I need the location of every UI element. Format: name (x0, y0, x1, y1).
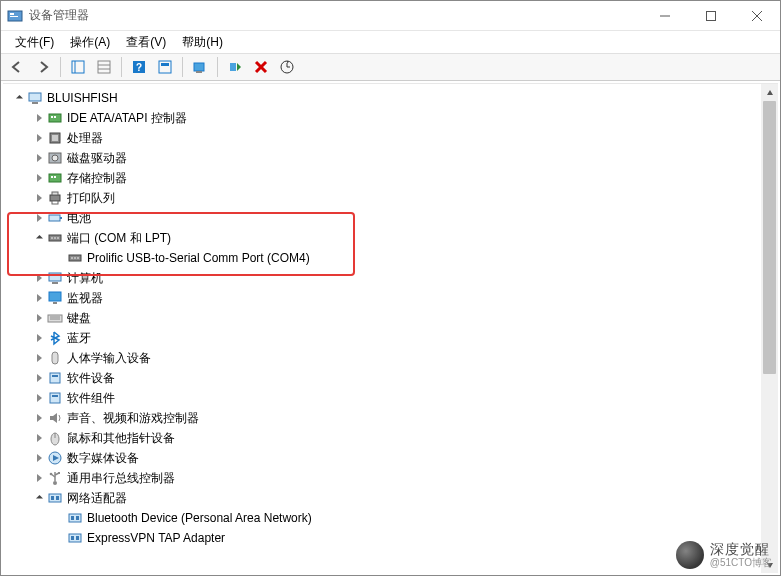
tree-item[interactable]: 通用串行总线控制器 (3, 468, 778, 488)
svg-rect-67 (58, 472, 60, 474)
close-button[interactable] (734, 1, 780, 31)
tree-item[interactable]: 蓝牙 (3, 328, 778, 348)
vertical-scrollbar[interactable] (761, 84, 778, 573)
expand-collapse-toggle[interactable] (11, 90, 27, 106)
expand-collapse-toggle[interactable] (31, 270, 47, 286)
menu-view[interactable]: 查看(V) (118, 32, 174, 53)
show-hide-tree-button[interactable] (66, 55, 90, 79)
tree-item[interactable]: 数字媒体设备 (3, 448, 778, 468)
expand-collapse-toggle[interactable] (31, 150, 47, 166)
properties-button[interactable] (153, 55, 177, 79)
expand-collapse-toggle[interactable] (31, 490, 47, 506)
tree-item[interactable]: 处理器 (3, 128, 778, 148)
forward-button[interactable] (31, 55, 55, 79)
tree-item[interactable]: IDE ATA/ATAPI 控制器 (3, 108, 778, 128)
svg-rect-16 (194, 63, 204, 71)
menu-help[interactable]: 帮助(H) (174, 32, 231, 53)
media-icon (47, 450, 63, 466)
tree-item[interactable]: 鼠标和其他指针设备 (3, 428, 778, 448)
svg-point-41 (54, 237, 56, 239)
software-icon (47, 390, 63, 406)
tree-item-label: 处理器 (67, 130, 103, 147)
svg-rect-34 (50, 195, 60, 201)
window-title: 设备管理器 (29, 7, 89, 24)
tree-item[interactable]: 人体学输入设备 (3, 348, 778, 368)
scroll-up-button[interactable] (761, 84, 778, 101)
svg-point-46 (77, 257, 79, 259)
tree-item[interactable]: 打印队列 (3, 188, 778, 208)
back-button[interactable] (5, 55, 29, 79)
tree-item[interactable]: Bluetooth Device (Personal Area Network) (3, 508, 778, 528)
tree-item[interactable]: 存储控制器 (3, 168, 778, 188)
titlebar: 设备管理器 (1, 1, 780, 31)
expand-collapse-toggle[interactable] (31, 130, 47, 146)
menu-action[interactable]: 操作(A) (62, 32, 118, 53)
expand-collapse-toggle[interactable] (31, 470, 47, 486)
keyboard-icon (47, 310, 63, 326)
expand-collapse-toggle[interactable] (31, 450, 47, 466)
tree-item[interactable]: BLUISHFISH (3, 88, 778, 108)
tree-item[interactable]: 计算机 (3, 268, 778, 288)
port-icon (47, 230, 63, 246)
svg-rect-49 (49, 292, 61, 301)
tree-item-label: 软件设备 (67, 370, 115, 387)
expand-collapse-toggle (51, 530, 67, 546)
tree-item-label: 键盘 (67, 310, 91, 327)
expand-collapse-toggle[interactable] (31, 350, 47, 366)
minimize-button[interactable] (642, 1, 688, 31)
sound-icon (47, 410, 63, 426)
tree-item[interactable]: 磁盘驱动器 (3, 148, 778, 168)
svg-point-42 (57, 237, 59, 239)
disk-icon (47, 150, 63, 166)
svg-rect-14 (159, 61, 171, 73)
tree-item[interactable]: 键盘 (3, 308, 778, 328)
expand-collapse-toggle[interactable] (31, 170, 47, 186)
expand-collapse-toggle[interactable] (31, 370, 47, 386)
tree-item-label: Prolific USB-to-Serial Comm Port (COM4) (87, 251, 310, 265)
svg-point-44 (71, 257, 73, 259)
svg-rect-69 (51, 496, 54, 500)
device-tree[interactable]: BLUISHFISHIDE ATA/ATAPI 控制器处理器磁盘驱动器存储控制器… (3, 84, 778, 548)
toolbar-separator (217, 57, 218, 77)
uninstall-device-button[interactable] (249, 55, 273, 79)
expand-collapse-toggle[interactable] (31, 390, 47, 406)
svg-rect-23 (32, 102, 38, 104)
network-icon (67, 510, 83, 526)
tree-pane: BLUISHFISHIDE ATA/ATAPI 控制器处理器磁盘驱动器存储控制器… (3, 83, 778, 573)
tree-item-label: 软件组件 (67, 390, 115, 407)
tree-item[interactable]: 监视器 (3, 288, 778, 308)
tree-item[interactable]: 声音、视频和游戏控制器 (3, 408, 778, 428)
tree-item[interactable]: 电池 (3, 208, 778, 228)
scroll-track[interactable] (761, 101, 778, 556)
svg-rect-47 (49, 273, 61, 281)
expand-collapse-toggle[interactable] (31, 330, 47, 346)
scan-hardware-button[interactable] (188, 55, 212, 79)
svg-rect-17 (196, 71, 202, 73)
expand-collapse-toggle (51, 250, 67, 266)
expand-collapse-toggle[interactable] (31, 230, 47, 246)
tree-item-label: ExpressVPN TAP Adapter (87, 531, 225, 545)
expand-collapse-toggle[interactable] (31, 410, 47, 426)
svg-rect-55 (50, 373, 60, 383)
tree-item[interactable]: 端口 (COM 和 LPT) (3, 228, 778, 248)
scroll-thumb[interactable] (763, 101, 776, 374)
expand-collapse-toggle[interactable] (31, 310, 47, 326)
tree-item[interactable]: 软件组件 (3, 388, 778, 408)
expand-collapse-toggle[interactable] (31, 430, 47, 446)
tree-item[interactable]: 网络适配器 (3, 488, 778, 508)
tree-item[interactable]: Prolific USB-to-Serial Comm Port (COM4) (3, 248, 778, 268)
expand-collapse-toggle[interactable] (31, 190, 47, 206)
svg-rect-22 (29, 93, 41, 101)
expand-collapse-toggle[interactable] (31, 290, 47, 306)
tree-item[interactable]: ExpressVPN TAP Adapter (3, 528, 778, 548)
menu-file[interactable]: 文件(F) (7, 32, 62, 53)
tree-item-label: 端口 (COM 和 LPT) (67, 230, 171, 247)
help-button[interactable]: ? (127, 55, 151, 79)
enable-device-button[interactable] (223, 55, 247, 79)
details-button[interactable] (92, 55, 116, 79)
tree-item[interactable]: 软件设备 (3, 368, 778, 388)
expand-collapse-toggle[interactable] (31, 210, 47, 226)
update-driver-button[interactable] (275, 55, 299, 79)
maximize-button[interactable] (688, 1, 734, 31)
expand-collapse-toggle[interactable] (31, 110, 47, 126)
